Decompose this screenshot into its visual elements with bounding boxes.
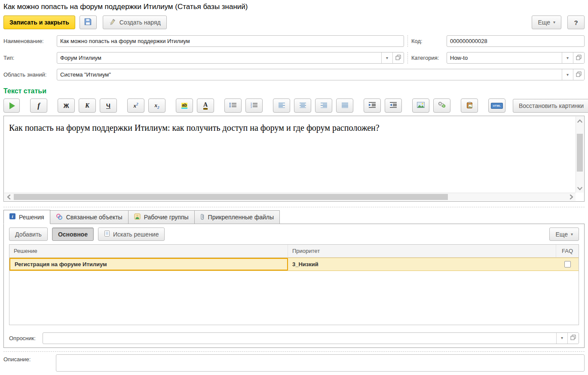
article-section-title: Текст статьи: [3, 87, 585, 95]
tab-attached-files[interactable]: Прикрепленные файлы: [194, 210, 280, 224]
command-bar: Записать и закрыть Создать наряд Еще ▾ ?: [3, 15, 585, 29]
html-mode-button[interactable]: HTML: [488, 98, 505, 113]
table-header: Решение Приоритет FAQ: [9, 245, 579, 258]
numbered-list-button[interactable]: 123: [245, 98, 263, 113]
tab-linked-objects[interactable]: Связанные объекты: [50, 210, 129, 224]
priority-cell[interactable]: 3_Низкий: [288, 258, 556, 270]
align-left-icon: [278, 102, 285, 110]
knowledge-area-dropdown-button[interactable]: ▾: [562, 69, 573, 80]
more-button[interactable]: Еще ▾: [532, 15, 561, 29]
chevron-down-icon: ▾: [567, 56, 569, 60]
column-header-priority[interactable]: Приоритет: [288, 245, 556, 257]
italic-icon: К: [85, 103, 89, 109]
increase-indent-button[interactable]: [364, 98, 381, 113]
align-right-button[interactable]: [315, 98, 332, 113]
align-right-icon: [320, 102, 328, 110]
survey-open-button[interactable]: [567, 333, 579, 344]
highlight-color-button[interactable]: ab: [176, 98, 193, 113]
insert-link-button[interactable]: [433, 98, 450, 113]
chevron-down-icon: ▾: [561, 336, 563, 340]
bullet-list-icon: [229, 102, 237, 110]
solutions-panel: Добавить Основное Искать решение Еще ▾ Р…: [3, 224, 585, 348]
horizontal-scrollbar[interactable]: [4, 193, 576, 201]
person-icon: [134, 213, 141, 221]
underline-button[interactable]: Ч: [100, 98, 117, 113]
floppy-disk-icon: [84, 18, 92, 27]
main-toggle-button[interactable]: Основное: [52, 227, 94, 241]
survey-row: Опросник: ▾: [9, 329, 579, 347]
horizontal-scroll-thumb[interactable]: [14, 194, 448, 200]
font-color-icon: A: [203, 101, 208, 110]
linked-rings-icon: [56, 213, 63, 221]
description-input[interactable]: [56, 354, 585, 372]
increase-indent-icon: [368, 102, 376, 110]
align-center-icon: [299, 102, 306, 110]
faq-cell[interactable]: [556, 258, 579, 270]
link-icon: [438, 101, 446, 110]
scroll-down-button[interactable]: [576, 184, 584, 193]
category-dropdown-button[interactable]: ▾: [562, 52, 573, 63]
align-center-button[interactable]: [294, 98, 311, 113]
solutions-more-button[interactable]: Еще ▾: [549, 227, 579, 241]
type-dropdown-button[interactable]: ▾: [381, 52, 392, 63]
save-and-close-button[interactable]: Записать и закрыть: [3, 15, 75, 29]
play-icon: [9, 102, 15, 109]
italic-button[interactable]: К: [79, 98, 96, 113]
type-open-button[interactable]: [392, 52, 404, 63]
column-header-solution[interactable]: Решение: [9, 245, 288, 257]
description-label: Описание:: [3, 354, 56, 363]
knowledge-area-open-button[interactable]: [573, 69, 584, 80]
table-row[interactable]: Регистрация на форуме Итилиум 3_Низкий: [9, 258, 579, 271]
header-form: Наименование: Как можно попасть на форум…: [3, 35, 585, 80]
font-color-button[interactable]: A: [197, 98, 214, 113]
column-header-faq[interactable]: FAQ: [556, 245, 579, 257]
paste-button[interactable]: [461, 98, 478, 113]
code-input[interactable]: 000000000028: [447, 35, 585, 47]
article-text[interactable]: Как попасть на форум поддержки Итилиум: …: [4, 116, 576, 193]
category-open-button[interactable]: [573, 52, 584, 63]
name-input[interactable]: Как можно попасть на форум поддержки Ити…: [57, 35, 404, 47]
bold-button[interactable]: Ж: [58, 98, 75, 113]
chevron-down-icon: ▾: [571, 232, 573, 237]
decrease-indent-button[interactable]: [385, 98, 402, 113]
paperclip-icon: [200, 213, 205, 221]
align-left-button[interactable]: [273, 98, 290, 113]
create-order-button[interactable]: Создать наряд: [103, 15, 167, 29]
tab-solutions[interactable]: i Решения: [3, 210, 50, 224]
chevron-down-icon: ▾: [567, 73, 569, 77]
name-label: Наименование:: [3, 38, 57, 44]
solution-cell[interactable]: Регистрация на форуме Итилиум: [9, 258, 288, 270]
add-button[interactable]: Добавить: [9, 227, 48, 241]
solutions-toolbar: Добавить Основное Искать решение Еще ▾: [9, 227, 579, 241]
tab-work-groups[interactable]: Рабочие группы: [128, 210, 195, 224]
faq-checkbox[interactable]: [564, 261, 571, 267]
category-field[interactable]: How-to ▾: [447, 52, 585, 64]
survey-field[interactable]: ▾: [43, 332, 579, 344]
formula-button[interactable]: f: [30, 98, 47, 113]
vertical-scrollbar[interactable]: [576, 117, 584, 193]
survey-dropdown-button[interactable]: ▾: [556, 333, 567, 344]
knowledge-area-field[interactable]: Система "Итилиум" ▾: [57, 69, 585, 80]
open-in-window-icon: [576, 71, 582, 79]
open-in-window-icon: [576, 54, 582, 62]
superscript-button[interactable]: x2: [127, 98, 144, 113]
restore-pictures-button[interactable]: Восстановить картинки: [513, 99, 588, 113]
scroll-left-button[interactable]: [4, 193, 13, 201]
open-in-window-icon: [570, 334, 576, 342]
align-justify-button[interactable]: [336, 98, 353, 113]
help-button[interactable]: ?: [567, 15, 585, 29]
scroll-right-button[interactable]: [567, 193, 576, 201]
insert-image-button[interactable]: [412, 98, 429, 113]
table-empty-area: [9, 271, 579, 325]
subscript-button[interactable]: x2: [148, 98, 165, 113]
vertical-scroll-thumb[interactable]: [577, 134, 583, 172]
type-field[interactable]: Форум Итилиум ▾: [57, 52, 404, 64]
search-solution-button[interactable]: Искать решение: [98, 227, 165, 241]
scroll-up-button[interactable]: [576, 117, 584, 125]
bullet-list-button[interactable]: [224, 98, 242, 113]
save-button[interactable]: [80, 15, 97, 29]
svg-text:3: 3: [251, 106, 252, 108]
preview-button[interactable]: [3, 98, 20, 113]
chevron-down-icon: ▾: [386, 56, 388, 60]
article-editor[interactable]: Как попасть на форум поддержки Итилиум: …: [3, 116, 585, 202]
